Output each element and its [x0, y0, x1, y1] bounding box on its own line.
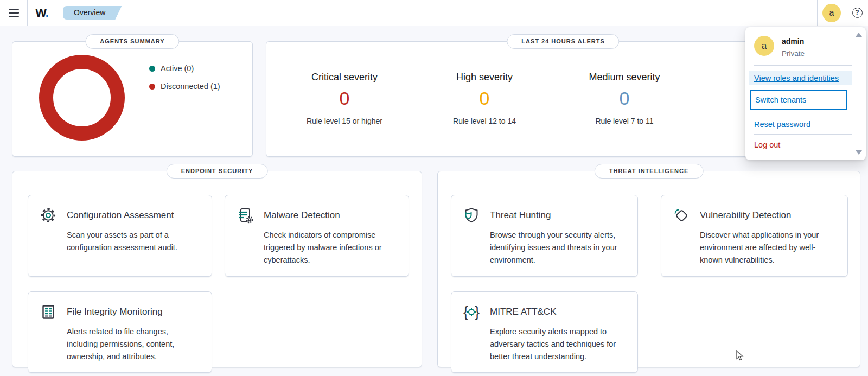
- agents-legend: Active (0) Disconnected (1): [149, 64, 220, 91]
- menu-divider: [754, 65, 852, 66]
- tenant-label: Private: [782, 49, 805, 58]
- card-description: Alerts related to file changes, includin…: [67, 326, 201, 363]
- user-avatar[interactable]: a: [822, 4, 841, 22]
- threat-intelligence-panel: THREAT INTELLIGENCE Threat Hunting Brows…: [437, 171, 860, 367]
- scroll-up-icon[interactable]: [856, 33, 862, 37]
- shield-icon: [462, 206, 481, 225]
- mitre-crosshair-icon: { }: [462, 303, 481, 321]
- endpoint-security-title: ENDPOINT SECURITY: [167, 164, 268, 179]
- card-mitre-attack[interactable]: { } MITRE ATT&CK Explore security alerts…: [451, 291, 638, 373]
- card-title: Vulnerability Detection: [700, 210, 792, 221]
- card-threat-hunting[interactable]: Threat Hunting Browse through your secur…: [451, 195, 638, 277]
- severity-caption: Rule level 15 or higher: [275, 117, 414, 125]
- card-malware-detection[interactable]: Malware Detection Check indicators of co…: [225, 195, 409, 277]
- menu-item-reset-password[interactable]: Reset password: [745, 114, 852, 134]
- top-bar: W. Overview a ?: [0, 0, 868, 26]
- card-title: Malware Detection: [264, 210, 340, 221]
- wazuh-logo[interactable]: W.: [28, 6, 56, 20]
- help-icon[interactable]: ?: [852, 8, 863, 18]
- high-severity-column: High severity 0 Rule level 12 to 14: [414, 72, 554, 125]
- card-title: MITRE ATT&CK: [490, 307, 556, 317]
- topbar-divider: [56, 0, 56, 26]
- medium-severity-count[interactable]: 0: [554, 87, 694, 109]
- critical-severity-column: Critical severity 0 Rule level 15 or hig…: [275, 72, 414, 125]
- medium-severity-column: Medium severity 0 Rule level 7 to 11: [554, 72, 694, 125]
- alerts-panel-title: LAST 24 HOURS ALERTS: [507, 34, 619, 49]
- gear-icon: [39, 206, 58, 225]
- severity-caption: Rule level 7 to 11: [554, 117, 694, 125]
- card-title: Configuration Assessment: [67, 210, 174, 221]
- endpoint-security-panel: ENDPOINT SECURITY Configuration Assessme…: [12, 171, 422, 367]
- logo-text: W: [35, 6, 46, 20]
- card-vulnerability-detection[interactable]: Vulnerability Detection Discover what ap…: [661, 195, 848, 277]
- severity-row: Critical severity 0 Rule level 15 or hig…: [275, 72, 694, 125]
- card-file-integrity-monitoring[interactable]: File Integrity Monitoring Alerts related…: [28, 291, 212, 373]
- document-gear-icon: [236, 206, 254, 225]
- critical-severity-count[interactable]: 0: [275, 87, 414, 109]
- card-description: Explore security alerts mapped to advers…: [490, 326, 627, 363]
- menu-item-switch-tenants[interactable]: Switch tenants: [750, 90, 847, 110]
- menu-item-log-out[interactable]: Log out: [745, 135, 852, 155]
- agents-summary-panel: AGENTS SUMMARY Active (0) Disconnected (…: [12, 41, 253, 157]
- legend-item-disconnected[interactable]: Disconnected (1): [149, 82, 220, 91]
- avatar: a: [754, 36, 774, 56]
- vulnerability-icon: [672, 206, 691, 225]
- high-severity-count[interactable]: 0: [414, 87, 554, 109]
- card-description: Check indicators of compromise triggered…: [264, 229, 398, 266]
- card-configuration-assessment[interactable]: Configuration Assessment Scan your asset…: [28, 195, 212, 277]
- card-description: Scan your assets as part of a configurat…: [67, 229, 201, 254]
- agents-summary-title: AGENTS SUMMARY: [85, 34, 179, 49]
- user-menu-header: a admin Private: [745, 27, 866, 58]
- severity-label: Medium severity: [554, 72, 694, 83]
- card-title: File Integrity Monitoring: [67, 307, 163, 317]
- active-dot-icon: [149, 66, 155, 72]
- legend-label: Disconnected (1): [161, 82, 220, 91]
- legend-label: Active (0): [161, 64, 194, 73]
- logo-dot: .: [46, 6, 48, 20]
- card-title: Threat Hunting: [490, 210, 551, 221]
- scroll-down-icon[interactable]: [856, 150, 862, 155]
- disconnected-dot-icon: [149, 84, 155, 90]
- card-description: Discover what applications in your envir…: [700, 229, 837, 266]
- file-list-icon: [39, 303, 58, 321]
- user-dropdown-menu: a admin Private View roles and identitie…: [745, 27, 866, 160]
- menu-item-view-roles[interactable]: View roles and identities: [749, 71, 852, 85]
- menu-hamburger-icon[interactable]: [0, 0, 27, 26]
- card-description: Browse through your security alerts, ide…: [490, 229, 627, 266]
- tab-overview[interactable]: Overview: [63, 6, 122, 20]
- agents-donut-chart: [39, 54, 125, 143]
- username: admin: [782, 37, 805, 46]
- severity-label: High severity: [414, 72, 554, 83]
- severity-caption: Rule level 12 to 14: [414, 117, 554, 125]
- threat-intelligence-title: THREAT INTELLIGENCE: [595, 164, 704, 179]
- severity-label: Critical severity: [275, 72, 414, 83]
- legend-item-active[interactable]: Active (0): [149, 64, 220, 73]
